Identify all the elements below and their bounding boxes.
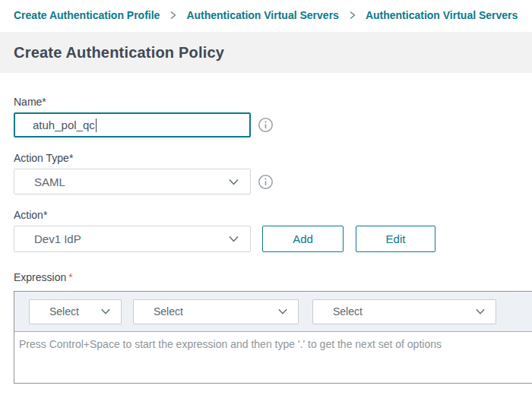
breadcrumb-item-authentication-virtual-servers-2[interactable]: Authentication Virtual Servers xyxy=(366,9,518,21)
name-label: Name* xyxy=(14,96,532,109)
action-type-value: SAML xyxy=(34,175,227,188)
chevron-down-icon xyxy=(227,175,240,188)
create-authentication-policy-form: Name* atuh_pol_qc Action Type* SAML xyxy=(0,96,532,384)
title-bar: Create Authentication Policy xyxy=(0,32,532,73)
add-button[interactable]: Add xyxy=(262,226,344,252)
action-label: Action* xyxy=(14,209,532,222)
action-select[interactable]: Dev1 IdP xyxy=(14,226,251,252)
info-icon xyxy=(258,174,274,190)
expression-input[interactable] xyxy=(14,332,532,383)
edit-button[interactable]: Edit xyxy=(356,226,435,252)
required-asterisk: * xyxy=(68,271,72,283)
chevron-right-icon xyxy=(168,10,178,21)
expression-label: Expression* xyxy=(14,271,532,284)
action-type-info-button[interactable] xyxy=(258,174,274,190)
info-icon xyxy=(258,117,274,133)
chevron-down-icon xyxy=(474,305,486,318)
expression-select-3[interactable]: Select xyxy=(312,299,496,324)
chevron-down-icon xyxy=(227,232,240,245)
breadcrumb-item-authentication-virtual-servers[interactable]: Authentication Virtual Servers xyxy=(186,9,338,21)
expression-select-2[interactable]: Select xyxy=(133,299,299,324)
page-title: Create Authentication Policy xyxy=(14,44,224,62)
expression-editor: Select Select Select xyxy=(14,291,532,384)
text-caret xyxy=(96,119,97,132)
name-info-button[interactable] xyxy=(258,117,274,133)
chevron-down-icon xyxy=(100,305,112,318)
name-input[interactable]: atuh_pol_qc xyxy=(14,112,251,137)
breadcrumb: Create Authentication Profile Authentica… xyxy=(14,9,532,21)
name-input-value: atuh_pol_qc xyxy=(33,119,95,131)
breadcrumb-item-create-authentication-profile[interactable]: Create Authentication Profile xyxy=(14,9,160,21)
expression-select-1[interactable]: Select xyxy=(29,299,122,324)
action-type-select[interactable]: SAML xyxy=(14,169,251,194)
chevron-right-icon xyxy=(347,10,357,21)
action-type-label: Action Type* xyxy=(14,152,532,165)
chevron-down-icon xyxy=(277,305,289,318)
action-value: Dev1 IdP xyxy=(34,232,227,245)
expression-toolbar: Select Select Select xyxy=(14,292,532,332)
